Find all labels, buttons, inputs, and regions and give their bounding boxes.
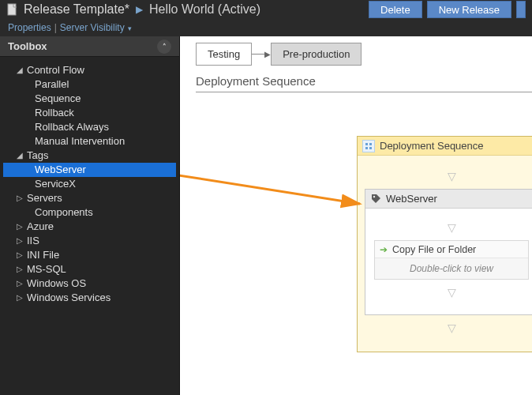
tree-node-tags[interactable]: ◢Tags [3,149,176,163]
caret-right-icon: ▷ [14,234,25,248]
svg-rect-2 [369,143,372,145]
drop-target-icon[interactable]: ▽ [448,322,456,334]
toolbox-panel: Toolbox ˄ ◢Control Flow Parallel Sequenc… [0,36,180,395]
drop-target-icon[interactable]: ▽ [448,221,456,234]
caret-down-icon: ◢ [14,149,25,163]
activity-header: ➔ Copy File or Folder [375,241,528,258]
caret-right-icon: ▷ [14,220,25,234]
tree-item[interactable]: Components [3,205,176,220]
caret-right-icon: ▷ [14,291,25,305]
section-underline [196,92,532,92]
svg-rect-3 [365,147,368,149]
tree-node-servers[interactable]: ▷Servers [3,191,176,205]
page-title: Release Template* [24,2,129,17]
document-icon [6,3,19,16]
toolbox-header: Toolbox ˄ [0,36,179,57]
drop-target-icon[interactable]: ▽ [448,286,456,299]
tree-item[interactable]: ServiceX [3,177,176,191]
activity-box[interactable]: ➔ Copy File or Folder Double-click to vi… [374,240,529,280]
deployment-sequence-box[interactable]: Deployment Sequence ▽ WebServer ▽ [357,136,532,352]
properties-link[interactable]: Properties [8,22,51,33]
server-box[interactable]: WebServer ▽ ➔ Copy File or Folder Double… [365,189,532,315]
svg-point-5 [373,196,374,198]
activity-hint: Double-click to view [375,258,528,279]
tree-node[interactable]: ▷Azure [3,220,176,234]
deployment-sequence-header: Deployment Sequence [358,137,532,156]
tree-item-webserver[interactable]: WebServer [3,163,176,177]
caret-down-icon: ◢ [14,63,25,77]
svg-rect-0 [8,4,16,15]
svg-rect-4 [369,147,372,149]
activity-label: Copy File or Folder [392,244,476,255]
tree-item[interactable]: Rollback [3,106,176,120]
tree-node[interactable]: ▷MS-SQL [3,262,176,276]
server-name: WebServer [386,193,437,205]
tree-item[interactable]: Manual Intervention [3,134,176,149]
drop-target-icon[interactable]: ▽ [448,170,456,182]
overflow-button[interactable] [516,1,526,18]
sequence-icon [362,140,375,152]
tree-item[interactable]: Rollback Always [3,120,176,134]
stage-testing[interactable]: Testing [196,43,252,66]
deployment-sequence-label: Deployment Sequence [380,140,484,152]
svg-rect-1 [365,143,368,145]
tree-node-control-flow[interactable]: ◢Control Flow [3,63,176,77]
title-bar: Release Template* ▶ Hello World (Active)… [0,0,532,19]
delete-button[interactable]: Delete [369,1,422,18]
section-title: Deployment Sequence [196,74,316,88]
separator: | [54,22,57,33]
tag-icon [370,194,381,205]
tree-node[interactable]: ▷IIS [3,234,176,248]
caret-right-icon: ▷ [14,248,25,262]
tree-node[interactable]: ▷Windows OS [3,276,176,291]
caret-right-icon: ▷ [14,191,25,205]
link-bar: Properties | Server Visibility [0,19,532,36]
tree-item[interactable]: Sequence [3,92,176,106]
stage-connector: ▶ [252,50,271,58]
caret-right-icon: ▷ [14,262,25,276]
toolbox-title: Toolbox [8,40,47,52]
tree-node[interactable]: ▷INI File [3,248,176,262]
play-icon: ➔ [380,244,388,255]
svg-line-6 [180,174,360,204]
chevron-right-icon: ▶ [136,4,143,15]
toolbox-tree: ◢Control Flow Parallel Sequence Rollback… [0,57,179,395]
page-subtitle: Hello World (Active) [149,2,260,17]
tree-item[interactable]: Parallel [3,77,176,92]
designer-canvas[interactable]: Testing ▶ Pre-production Deployment Sequ… [180,36,532,395]
stage-tabs: Testing ▶ Pre-production [196,43,362,66]
server-header: WebServer [365,190,532,209]
server-visibility-dropdown[interactable]: Server Visibility [60,22,132,33]
stage-preproduction[interactable]: Pre-production [271,43,362,66]
collapse-up-icon[interactable]: ˄ [157,40,171,54]
new-release-button[interactable]: New Release [427,1,511,18]
tree-node[interactable]: ▷Windows Services [3,291,176,305]
caret-right-icon: ▷ [14,276,25,291]
